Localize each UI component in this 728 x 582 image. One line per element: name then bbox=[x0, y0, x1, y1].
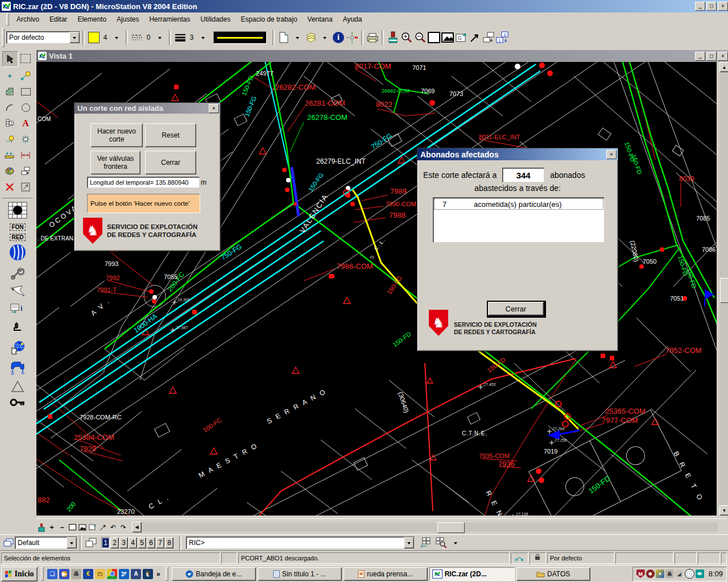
quicklaunch-desktop-icon[interactable]: ❏ bbox=[47, 569, 57, 579]
mcafee-shield-icon[interactable]: M bbox=[636, 569, 645, 578]
linear-tool[interactable] bbox=[18, 68, 33, 83]
task-ric-active[interactable]: RIC.zar (2D... bbox=[429, 567, 515, 581]
fence-tool[interactable] bbox=[18, 51, 33, 66]
zoom-out-icon[interactable] bbox=[413, 31, 427, 44]
quicklaunch-mediaplayer-icon[interactable]: ▶ bbox=[59, 569, 69, 579]
menu-espacio[interactable]: Espacio de trabajo bbox=[236, 14, 301, 25]
menu-herramientas[interactable]: Herramientas bbox=[144, 14, 195, 25]
red-layer-button[interactable]: RED bbox=[10, 234, 25, 241]
dimension-tool[interactable] bbox=[18, 148, 33, 163]
view-next-icon[interactable]: ↷ bbox=[118, 522, 129, 533]
longitud-temporal-field[interactable]: Longitud del temporal= 135.880940 bbox=[87, 177, 200, 188]
view-toggle-3[interactable]: 3 bbox=[119, 537, 128, 548]
levels-icon[interactable] bbox=[304, 31, 318, 44]
update-view-icon[interactable] bbox=[386, 31, 400, 44]
fit-view-icon[interactable] bbox=[441, 31, 454, 44]
quicklaunch-monitor-icon[interactable]: A bbox=[131, 569, 141, 579]
view-rotate-small-icon[interactable] bbox=[88, 522, 98, 533]
levels-dropdown-arrow[interactable] bbox=[318, 31, 332, 44]
view-previous-icon[interactable]: ↶ bbox=[108, 522, 118, 533]
color-swatch[interactable] bbox=[87, 31, 101, 44]
quicklaunch-printer-icon[interactable]: 🖶 bbox=[71, 569, 81, 579]
level-combo-arrow[interactable] bbox=[69, 32, 80, 43]
vista1-close-button[interactable]: ✕ bbox=[718, 52, 728, 61]
text-tool[interactable]: A bbox=[18, 116, 33, 131]
locate-icon[interactable] bbox=[345, 31, 359, 44]
abonados-count-field[interactable]: 344 bbox=[502, 168, 544, 182]
minimize-button[interactable]: _ bbox=[695, 2, 705, 11]
view-toggle-6[interactable]: 6 bbox=[147, 537, 155, 548]
menu-elemento[interactable]: Elemento bbox=[73, 14, 111, 25]
printer-tray-icon[interactable]: 🖶 bbox=[665, 569, 674, 578]
delete-tool[interactable] bbox=[2, 180, 17, 194]
cells-tool[interactable]: 1 bbox=[2, 116, 17, 131]
level-combo[interactable]: Por defecto bbox=[6, 31, 80, 44]
clock-tray-icon[interactable]: 🕒 bbox=[685, 569, 694, 579]
keyin-combo-arrow[interactable] bbox=[404, 537, 414, 548]
report-info-tool[interactable]: i bbox=[10, 303, 26, 318]
menubar-grip[interactable] bbox=[6, 13, 9, 25]
menu-editar[interactable]: Editar bbox=[45, 14, 72, 25]
close-button[interactable]: ✕ bbox=[718, 2, 728, 11]
measure-tool[interactable]: ✦✦ bbox=[2, 148, 17, 163]
tasks-grip[interactable] bbox=[166, 567, 168, 581]
globe-tool[interactable] bbox=[9, 244, 26, 263]
print-icon[interactable] bbox=[366, 31, 379, 44]
wrench-tool[interactable] bbox=[10, 265, 25, 282]
line-weight-icon[interactable] bbox=[173, 31, 187, 44]
keyin-browse-icon[interactable] bbox=[434, 536, 449, 550]
view-numbers-icon[interactable]: 31 bbox=[495, 31, 509, 44]
snap-mode-icon[interactable] bbox=[511, 552, 528, 564]
element-selection-tool[interactable] bbox=[2, 51, 18, 67]
menu-ayuda[interactable]: Ayuda bbox=[338, 14, 367, 25]
quicklaunch-chrome-icon[interactable] bbox=[107, 569, 117, 579]
menu-archivo[interactable]: Archivo bbox=[12, 14, 44, 25]
updater-tray-icon[interactable]: ✦ bbox=[656, 569, 664, 578]
acometidas-list-item[interactable]: 7 acometida(s) particular(es) bbox=[434, 198, 603, 210]
line-style-dropdown-arrow[interactable] bbox=[153, 31, 167, 44]
task-rueda-prensa[interactable]: rueda prensa... bbox=[344, 567, 428, 581]
manage-view-groups-icon[interactable] bbox=[84, 536, 98, 550]
start-button[interactable]: Inicio bbox=[1, 567, 38, 581]
view-update-icon[interactable] bbox=[36, 522, 47, 533]
faucet-tool[interactable] bbox=[9, 360, 26, 377]
pan-arrow-icon[interactable] bbox=[468, 31, 482, 44]
eye-tray-icon[interactable]: 👁 bbox=[696, 569, 704, 578]
view-toggle-5[interactable]: 5 bbox=[138, 537, 146, 548]
info-icon[interactable]: i bbox=[332, 31, 345, 44]
web-select-tool[interactable] bbox=[10, 340, 26, 357]
quicklaunch-grip[interactable] bbox=[41, 567, 44, 581]
raster-tool[interactable] bbox=[8, 202, 27, 221]
vista1-hscrollbar[interactable] bbox=[142, 522, 718, 532]
fon-layer-button[interactable]: FON bbox=[10, 223, 25, 231]
menu-ventana[interactable]: Ventana bbox=[303, 14, 337, 25]
view-group-icon[interactable] bbox=[2, 537, 15, 549]
task-bandeja[interactable]: Bandeja de e... bbox=[172, 567, 256, 581]
quicklaunch-euro-icon[interactable]: € bbox=[83, 569, 93, 579]
vista1-maximize-button[interactable]: □ bbox=[706, 52, 717, 61]
scroll-down-arrow[interactable]: ▼ bbox=[719, 505, 728, 516]
window-area-icon[interactable] bbox=[427, 31, 441, 44]
vista1-vscrollbar[interactable]: ▲ ▼ bbox=[719, 62, 728, 516]
menu-utilidades[interactable]: Utilidades bbox=[196, 14, 235, 25]
gear-tray-icon[interactable]: ✱ bbox=[646, 569, 655, 578]
plane-tool[interactable] bbox=[10, 285, 26, 300]
quicklaunch-folder-icon[interactable]: 🗀 bbox=[95, 569, 105, 579]
dimension-point-tool[interactable] bbox=[18, 132, 33, 147]
view-window-area-icon[interactable] bbox=[67, 522, 77, 533]
view-toggle-4[interactable]: 4 bbox=[129, 537, 137, 548]
zoom-in-icon[interactable] bbox=[400, 31, 413, 44]
borehole-tool[interactable] bbox=[11, 321, 24, 338]
triangle-tool[interactable] bbox=[11, 380, 24, 394]
ellipses-tool[interactable] bbox=[18, 100, 33, 115]
copy-tool[interactable] bbox=[18, 164, 33, 178]
polygons-tool[interactable] bbox=[18, 84, 33, 99]
view-fit-icon[interactable] bbox=[77, 522, 88, 533]
color-dropdown-arrow[interactable] bbox=[110, 31, 123, 44]
keyin-send-icon[interactable] bbox=[419, 536, 434, 550]
tags-tool[interactable] bbox=[2, 132, 17, 147]
new-file-icon[interactable] bbox=[277, 31, 291, 44]
task-sin-titulo[interactable]: Sin título 1 - ... bbox=[258, 567, 342, 581]
line-weight-dropdown-arrow[interactable] bbox=[196, 31, 210, 44]
ver-valvulas-frontera-button[interactable]: Ver válvulas frontera bbox=[90, 151, 140, 174]
